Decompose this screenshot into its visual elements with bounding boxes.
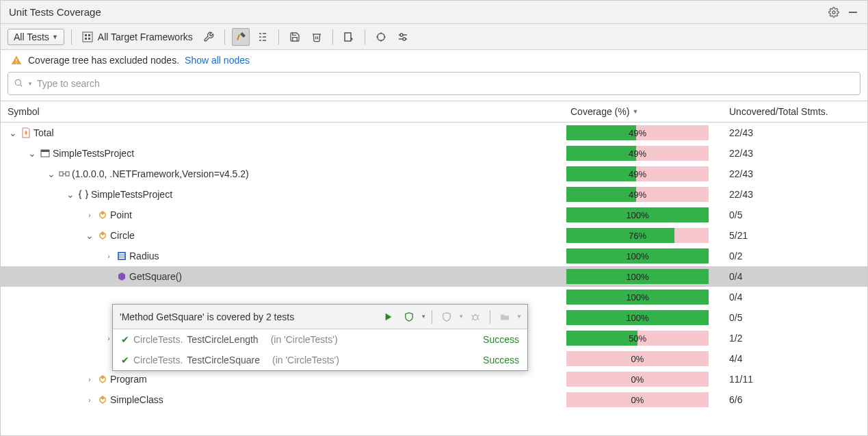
- chevron-down-icon[interactable]: ▼: [421, 313, 426, 320]
- class-icon: [96, 373, 109, 385]
- svg-point-24: [473, 315, 478, 320]
- coverage-percent: 49%: [566, 166, 709, 181]
- popup-test-item[interactable]: ✔CircleTests.TestCircleSquare(in 'Circle…: [113, 350, 527, 370]
- tree-row[interactable]: ⌄SimpleTestsProject49%22/43: [1, 184, 867, 205]
- tree-row[interactable]: ›Point100%0/5: [1, 205, 867, 225]
- chevron-right-icon[interactable]: ›: [84, 211, 95, 219]
- svg-rect-22: [119, 255, 124, 257]
- shield-run-icon[interactable]: [400, 308, 418, 326]
- row-label: Circle: [110, 230, 135, 241]
- chevron-right-icon[interactable]: ›: [103, 253, 114, 260]
- columns-header: Symbol Coverage (%) ▼ Uncovered/Total St…: [1, 101, 867, 123]
- separator: [332, 29, 333, 44]
- tree-row[interactable]: ⌄SimpleTestsProject49%22/43: [1, 143, 867, 164]
- shield-icon[interactable]: [438, 308, 456, 326]
- window-title: Unit Tests Coverage: [9, 6, 822, 18]
- row-label: Radius: [129, 251, 159, 261]
- trash-icon[interactable]: [308, 28, 326, 46]
- chevron-down-icon[interactable]: ⌄: [8, 127, 18, 138]
- svg-point-4: [377, 33, 384, 40]
- chevron-down-icon[interactable]: ⌄: [46, 168, 57, 179]
- wrench-icon[interactable]: [200, 28, 218, 46]
- chevron-down-icon[interactable]: ⌄: [27, 148, 38, 159]
- coverage-cell: 100%: [566, 310, 717, 325]
- tree-row[interactable]: ⌄(1.0.0.0, .NETFramework,Version=v4.5.2)…: [1, 164, 867, 184]
- tree-row[interactable]: ›Radius100%0/2: [1, 246, 867, 266]
- highlight-icon[interactable]: [232, 28, 250, 46]
- column-uncovered[interactable]: Uncovered/Total Stmts.: [717, 106, 867, 117]
- gear-icon[interactable]: [826, 5, 841, 20]
- sort-desc-icon: ▼: [632, 108, 638, 115]
- tree-icon[interactable]: [254, 28, 272, 46]
- uncovered-cell: 0/5: [717, 312, 867, 323]
- uncovered-cell: 6/6: [717, 394, 867, 405]
- minimize-icon[interactable]: [845, 5, 860, 20]
- search-bar[interactable]: ▼: [8, 72, 860, 95]
- symbol-cell: ⌄SimpleTestsProject: [8, 188, 566, 201]
- adjust-icon[interactable]: [394, 28, 412, 46]
- save-icon[interactable]: [286, 28, 304, 46]
- tree-row[interactable]: ⌄Total49%22/43: [1, 123, 867, 143]
- svg-rect-16: [41, 150, 49, 152]
- coverage-percent: 76%: [566, 228, 709, 243]
- search-input[interactable]: [37, 78, 854, 89]
- coverage-percent: 0%: [566, 351, 709, 366]
- chevron-down-icon[interactable]: ⌄: [65, 189, 76, 200]
- tree-row[interactable]: ⌄Circle76%5/21: [1, 225, 867, 246]
- coverage-cell: 100%: [566, 248, 717, 264]
- run-icon[interactable]: [380, 308, 397, 326]
- chevron-right-icon[interactable]: ›: [84, 376, 95, 383]
- coverage-cell: 0%: [566, 351, 717, 366]
- export-icon[interactable]: [340, 28, 358, 46]
- popup-test-item[interactable]: ✔CircleTests.TestCircleLength(in 'Circle…: [113, 329, 527, 350]
- separator: [71, 29, 72, 44]
- uncovered-cell: 4/4: [717, 353, 867, 364]
- show-all-nodes-link[interactable]: Show all nodes: [185, 55, 250, 66]
- svg-point-13: [15, 79, 21, 85]
- bug-icon[interactable]: [466, 308, 484, 326]
- column-symbol[interactable]: Symbol: [8, 106, 566, 117]
- symbol-cell: ›Program: [8, 373, 566, 385]
- method-icon: [116, 270, 128, 283]
- column-coverage[interactable]: Coverage (%) ▼: [566, 106, 717, 117]
- uncovered-cell: 22/43: [717, 168, 867, 179]
- tree-row[interactable]: ›GetSquare()100%0/4: [1, 266, 867, 287]
- folder-icon[interactable]: [496, 308, 514, 326]
- svg-point-0: [832, 11, 835, 14]
- chevron-right-icon[interactable]: ›: [84, 396, 95, 404]
- svg-rect-3: [345, 33, 351, 41]
- target-icon[interactable]: [372, 28, 390, 46]
- row-label: Total: [34, 127, 54, 138]
- project-icon: [39, 147, 51, 159]
- search-icon: [14, 78, 23, 90]
- coverage-percent: 100%: [566, 290, 709, 305]
- check-icon: ✔: [121, 334, 129, 345]
- svg-rect-17: [60, 172, 63, 176]
- separator: [278, 29, 279, 44]
- property-icon: [116, 250, 128, 262]
- uncovered-cell: 0/4: [717, 271, 867, 282]
- chevron-down-icon[interactable]: ▼: [27, 81, 33, 87]
- coverage-cell: 100%: [566, 269, 717, 284]
- tree-row[interactable]: ›SimpleClass0%6/6: [1, 389, 867, 410]
- popup-header: 'Method GetSquare' is covered by 2 tests…: [113, 305, 527, 329]
- covering-tests-popup: 'Method GetSquare' is covered by 2 tests…: [112, 304, 528, 371]
- coverage-cell: 49%: [566, 166, 717, 181]
- chevron-down-icon[interactable]: ⌄: [84, 230, 95, 241]
- check-icon: ✔: [121, 355, 129, 366]
- frameworks-icon: [81, 31, 94, 43]
- warning-icon: [10, 54, 23, 66]
- symbol-cell: ›: [8, 291, 566, 303]
- row-label: SimpleClass: [110, 394, 163, 405]
- target-frameworks-button[interactable]: All Target Frameworks: [79, 29, 196, 44]
- coverage-cell: 76%: [566, 228, 717, 243]
- tree-row[interactable]: ›Program0%11/11: [1, 369, 867, 389]
- coverage-percent: 50%: [566, 331, 709, 346]
- svg-rect-12: [16, 62, 16, 63]
- column-coverage-label: Coverage (%): [570, 106, 629, 117]
- svg-line-14: [21, 84, 23, 86]
- uncovered-cell: 22/43: [717, 148, 867, 159]
- uncovered-cell: 5/21: [717, 230, 867, 241]
- class-icon: [96, 209, 109, 221]
- all-tests-dropdown[interactable]: All Tests ▼: [8, 29, 64, 45]
